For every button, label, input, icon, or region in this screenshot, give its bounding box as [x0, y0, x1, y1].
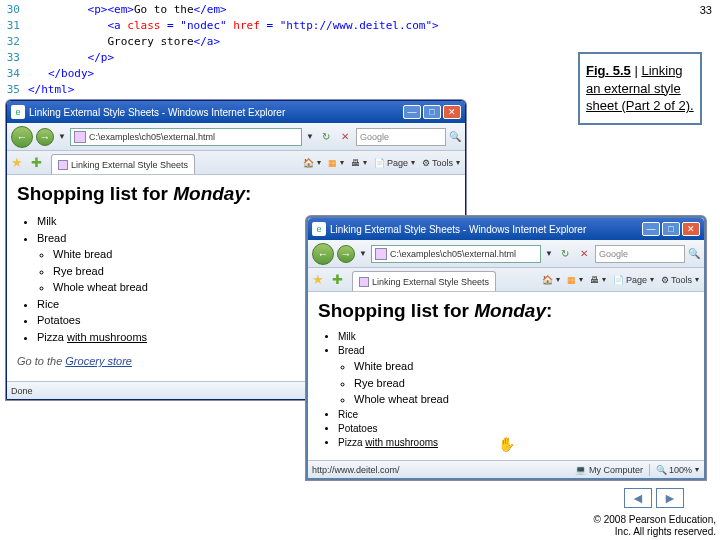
address-dropdown[interactable]: ▼	[305, 132, 315, 141]
search-box[interactable]: Google	[595, 245, 685, 263]
copyright-footer: © 2008 Pearson Education, Inc. All right…	[594, 514, 716, 538]
maximize-button[interactable]: □	[662, 222, 680, 236]
history-dropdown[interactable]: ▼	[57, 132, 67, 141]
browser-tab[interactable]: Linking External Style Sheets	[51, 154, 195, 174]
status-text: http://www.deitel.com/	[312, 465, 400, 475]
print-button[interactable]: 🖶▾	[351, 158, 368, 168]
home-button[interactable]: 🏠▾	[303, 158, 322, 168]
history-dropdown[interactable]: ▼	[358, 249, 368, 258]
list-item: Bread White bread Rye bread Whole wheat …	[338, 344, 694, 408]
feeds-button[interactable]: ▦▾	[567, 275, 584, 285]
navbar: ← → ▼ C:\examples\ch05\external.html ▼ ↻…	[7, 123, 465, 151]
search-button[interactable]: 🔍	[688, 248, 700, 259]
shopping-list: Milk Bread White bread Rye bread Whole w…	[318, 330, 694, 450]
slide-nav: ◄ ►	[624, 488, 684, 508]
tools-menu[interactable]: ⚙Tools▾	[661, 275, 700, 285]
browser-tab[interactable]: Linking External Style Sheets	[352, 271, 496, 291]
page-menu[interactable]: 📄Page▾	[374, 158, 416, 168]
maximize-button[interactable]: □	[423, 105, 441, 119]
back-button[interactable]: ←	[312, 243, 334, 265]
refresh-button[interactable]: ↻	[557, 246, 573, 262]
tools-menu[interactable]: ⚙Tools▾	[422, 158, 461, 168]
minimize-button[interactable]: ―	[642, 222, 660, 236]
list-item: White bread	[354, 358, 694, 375]
command-bar: 🏠▾ ▦▾ 🖶▾ 📄Page▾ ⚙Tools▾	[542, 275, 700, 285]
home-button[interactable]: 🏠▾	[542, 275, 561, 285]
window-title: Linking External Style Sheets - Windows …	[330, 224, 642, 235]
favorites-icon[interactable]: ★	[11, 155, 27, 171]
page-icon	[74, 131, 86, 143]
print-button[interactable]: 🖶▾	[590, 275, 607, 285]
forward-button[interactable]: →	[337, 245, 355, 263]
page-icon	[375, 248, 387, 260]
page-content: Shopping list for Monday: Milk Bread Whi…	[308, 292, 704, 460]
address-dropdown[interactable]: ▼	[544, 249, 554, 258]
statusbar: http://www.deitel.com/ 💻 My Computer 🔍 1…	[308, 460, 704, 478]
list-item: Potatoes	[338, 422, 694, 436]
address-bar[interactable]: C:\examples\ch05\external.html	[371, 245, 541, 263]
cursor-icon: ✋	[498, 436, 515, 452]
minimize-button[interactable]: ―	[403, 105, 421, 119]
next-slide-button[interactable]: ►	[656, 488, 684, 508]
list-item: Rye bread	[354, 375, 694, 392]
browser-window-2: e Linking External Style Sheets - Window…	[306, 216, 706, 480]
stop-button[interactable]: ✕	[576, 246, 592, 262]
titlebar: e Linking External Style Sheets - Window…	[308, 218, 704, 240]
prev-slide-button[interactable]: ◄	[624, 488, 652, 508]
ie-icon: e	[312, 222, 326, 236]
command-bar: 🏠▾ ▦▾ 🖶▾ 📄Page▾ ⚙Tools▾	[303, 158, 461, 168]
titlebar: e Linking External Style Sheets - Window…	[7, 101, 465, 123]
add-favorite-icon[interactable]: ✚	[31, 155, 47, 171]
close-button[interactable]: ✕	[443, 105, 461, 119]
address-bar[interactable]: C:\examples\ch05\external.html	[70, 128, 302, 146]
favorites-icon[interactable]: ★	[312, 272, 328, 288]
search-button[interactable]: 🔍	[449, 131, 461, 142]
grocery-link[interactable]: Grocery store	[65, 355, 132, 367]
list-item: Rice	[338, 408, 694, 422]
page-number: 33	[700, 4, 712, 16]
list-item: Milk	[338, 330, 694, 344]
close-button[interactable]: ✕	[682, 222, 700, 236]
tabbar: ★ ✚ Linking External Style Sheets 🏠▾ ▦▾ …	[7, 151, 465, 175]
back-button[interactable]: ←	[11, 126, 33, 148]
figure-number: Fig. 5.5	[586, 63, 631, 78]
list-item: Whole wheat bread	[354, 391, 694, 408]
window-title: Linking External Style Sheets - Windows …	[29, 107, 403, 118]
page-menu[interactable]: 📄Page▾	[613, 275, 655, 285]
add-favorite-icon[interactable]: ✚	[332, 272, 348, 288]
tabbar: ★ ✚ Linking External Style Sheets 🏠▾ ▦▾ …	[308, 268, 704, 292]
navbar: ← → ▼ C:\examples\ch05\external.html ▼ ↻…	[308, 240, 704, 268]
forward-button[interactable]: →	[36, 128, 54, 146]
page-heading: Shopping list for Monday:	[17, 183, 455, 205]
zoom-level[interactable]: 🔍 100% ▾	[656, 465, 700, 475]
code-listing: 30 <p><em>Go to the</em>31 <a class = "n…	[0, 0, 560, 98]
figure-caption: Fig. 5.5 | Linking an external style she…	[578, 52, 702, 125]
status-text: Done	[11, 386, 33, 396]
list-item: Pizza with mushrooms	[338, 436, 694, 450]
ie-icon: e	[11, 105, 25, 119]
page-heading: Shopping list for Monday:	[318, 300, 694, 322]
refresh-button[interactable]: ↻	[318, 129, 334, 145]
stop-button[interactable]: ✕	[337, 129, 353, 145]
security-zone: 💻 My Computer	[575, 465, 643, 475]
search-box[interactable]: Google	[356, 128, 446, 146]
feeds-button[interactable]: ▦▾	[328, 158, 345, 168]
